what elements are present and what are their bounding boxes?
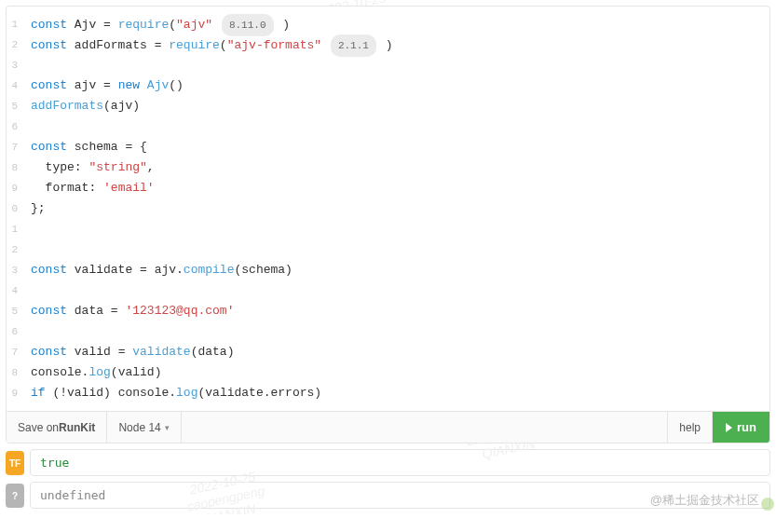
token: "string" [88, 160, 146, 174]
token: require [118, 18, 170, 32]
token: "ajv" [176, 18, 212, 32]
token: const [31, 18, 75, 32]
node-version-label: Node 14 [118, 421, 160, 434]
help-button[interactable]: help [667, 412, 713, 443]
code-line[interactable]: format: 'email' [31, 178, 769, 198]
version-badge[interactable]: 2.1.1 [331, 34, 376, 57]
token: 'email' [103, 181, 155, 195]
token: = [155, 38, 170, 52]
code-line[interactable]: const valid = validate(data) [31, 342, 769, 362]
footer-attribution: @稀土掘金技术社区 [650, 492, 759, 509]
token: compile [184, 263, 235, 277]
token: ajv [75, 78, 103, 92]
token: ) [227, 345, 235, 359]
editor-panel: 1234567890123456789 const Ajv = require(… [6, 6, 770, 443]
token: schema [75, 140, 126, 154]
token: }; [31, 201, 46, 215]
token: (! [52, 386, 67, 400]
run-button[interactable]: run [713, 412, 769, 443]
token: ) [155, 365, 162, 379]
token: : [75, 160, 89, 174]
token: Ajv [75, 18, 103, 32]
node-version-select[interactable]: Node 14 ▾ [107, 412, 181, 443]
token: valid [118, 365, 155, 379]
output-type-badge: TF [6, 451, 24, 475]
code-line[interactable]: type: "string", [31, 157, 769, 178]
code-line[interactable]: const Ajv = require("ajv" 8.11.0 ) [31, 14, 769, 34]
code-line[interactable]: const validate = ajv.compile(schema) [31, 260, 769, 280]
code-line[interactable] [31, 55, 769, 75]
code-editor[interactable]: 1234567890123456789 const Ajv = require(… [7, 7, 769, 411]
line-number: 6 [7, 321, 18, 342]
token: const [31, 38, 75, 52]
token: log [176, 386, 197, 400]
token: ) [132, 99, 140, 113]
line-number: 2 [7, 239, 18, 260]
token: ) [386, 38, 393, 52]
token: const [31, 345, 75, 359]
output-value[interactable]: true [30, 449, 770, 476]
token: new [118, 78, 147, 92]
code-line[interactable] [31, 239, 769, 260]
line-number: 5 [7, 301, 18, 321]
token: . [176, 263, 184, 277]
code-content[interactable]: const Ajv = require("ajv" 8.11.0 )const … [20, 14, 769, 403]
token: require [169, 38, 220, 52]
token: const [31, 78, 75, 92]
token: if [31, 386, 52, 400]
code-line[interactable] [31, 321, 769, 342]
token: ) [314, 386, 321, 400]
save-label: Save on [18, 421, 59, 434]
token: valid [75, 345, 118, 359]
line-number: 9 [7, 383, 18, 403]
token: schema [241, 263, 285, 277]
token: = [103, 78, 118, 92]
token: ) [103, 386, 118, 400]
code-line[interactable]: const addFormats = require("ajv-formats"… [31, 34, 769, 55]
token: = [118, 345, 133, 359]
help-label: help [679, 421, 701, 434]
token: '123123@qq.com' [125, 304, 234, 318]
token: ) [282, 18, 290, 32]
token: Ajv [147, 78, 169, 92]
token: ( [111, 365, 118, 379]
code-line[interactable]: const schema = { [31, 137, 769, 157]
code-line[interactable]: const data = '123123@qq.com' [31, 301, 769, 321]
play-icon [726, 423, 732, 432]
code-line[interactable]: addFormats(ajv) [31, 96, 769, 116]
token: ( [220, 38, 227, 52]
chevron-down-icon: ▾ [165, 423, 170, 432]
token: = [103, 18, 118, 32]
output-row-1: TF true [6, 449, 770, 476]
code-line[interactable] [31, 219, 769, 239]
token: ( [103, 99, 111, 113]
code-line[interactable]: }; [31, 198, 769, 219]
line-number: 0 [7, 198, 18, 219]
code-line[interactable]: if (!valid) console.log(validate.errors) [31, 383, 769, 403]
token: console [118, 386, 170, 400]
toolbar: Save on RunKit Node 14 ▾ help run [7, 411, 769, 443]
code-line[interactable] [31, 116, 769, 137]
line-number: 1 [7, 14, 18, 34]
side-indicator-icon [761, 498, 774, 511]
token: data [75, 304, 111, 318]
line-number: 3 [7, 260, 18, 280]
line-number: 9 [7, 178, 18, 198]
output-type-badge: ? [6, 484, 24, 508]
code-line[interactable]: const ajv = new Ajv() [31, 75, 769, 96]
token: ajv [111, 99, 132, 113]
line-number: 2 [7, 34, 18, 55]
code-line[interactable]: console.log(valid) [31, 362, 769, 383]
token: data [197, 345, 226, 359]
token: ajv [155, 263, 176, 277]
version-badge[interactable]: 8.11.0 [222, 14, 274, 36]
line-number: 1 [7, 219, 18, 239]
token: , [147, 160, 155, 174]
save-button[interactable]: Save on RunKit [7, 412, 107, 443]
token: validate [75, 263, 140, 277]
token: ) [285, 263, 293, 277]
line-number: 8 [7, 362, 18, 383]
save-brand: RunKit [59, 421, 95, 434]
code-line[interactable] [31, 280, 769, 301]
run-label: run [737, 420, 756, 434]
